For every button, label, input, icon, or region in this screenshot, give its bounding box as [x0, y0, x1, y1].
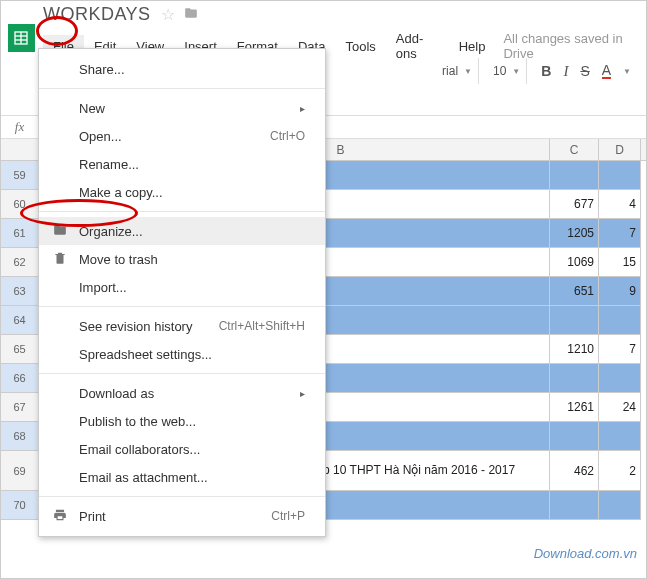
bold-button[interactable]: B — [541, 63, 551, 79]
sheets-logo — [8, 24, 35, 52]
caret-icon: ▼ — [464, 67, 472, 76]
menu-make-copy[interactable]: Make a copy... — [39, 178, 325, 206]
menu-move-to-trash[interactable]: Move to trash — [39, 245, 325, 273]
text-color-button[interactable]: A — [602, 63, 611, 79]
row-header[interactable]: 62 — [0, 248, 40, 277]
star-icon[interactable]: ☆ — [161, 5, 175, 24]
row-header[interactable]: 67 — [0, 393, 40, 422]
cell[interactable] — [599, 364, 641, 393]
menu-tools[interactable]: Tools — [335, 35, 385, 58]
row-header[interactable]: 61 — [0, 219, 40, 248]
toolbar: rial ▼ 10 ▼ B I S A ▼ — [436, 58, 637, 84]
row-header[interactable]: 59 — [0, 161, 40, 190]
submenu-arrow-icon: ▸ — [300, 103, 305, 114]
menu-spreadsheet-settings[interactable]: Spreadsheet settings... — [39, 340, 325, 368]
shortcut-label: Ctrl+P — [271, 509, 305, 523]
menu-download-as[interactable]: Download as▸ — [39, 379, 325, 407]
cell[interactable]: 2 — [599, 451, 641, 491]
shortcut-label: Ctrl+Alt+Shift+H — [219, 319, 305, 333]
menu-rename[interactable]: Rename... — [39, 150, 325, 178]
select-all-corner[interactable] — [0, 139, 40, 161]
trash-icon — [51, 250, 69, 269]
row-header[interactable]: 64 — [0, 306, 40, 335]
cell[interactable]: 7 — [599, 219, 641, 248]
cell[interactable] — [599, 161, 641, 190]
folder-icon[interactable] — [183, 6, 199, 24]
file-menu-dropdown: Share... New▸ Open...Ctrl+O Rename... Ma… — [38, 48, 326, 537]
menu-share[interactable]: Share... — [39, 55, 325, 83]
cell[interactable]: 1261 — [550, 393, 599, 422]
row-header[interactable]: 69 — [0, 451, 40, 491]
cell[interactable] — [599, 306, 641, 335]
cell[interactable]: 24 — [599, 393, 641, 422]
shortcut-label: Ctrl+O — [270, 129, 305, 143]
cell[interactable]: 9 — [599, 277, 641, 306]
column-header-c[interactable]: C — [550, 139, 599, 161]
row-header[interactable]: 68 — [0, 422, 40, 451]
menu-open[interactable]: Open...Ctrl+O — [39, 122, 325, 150]
menu-organize[interactable]: Organize... — [39, 217, 325, 245]
cell[interactable]: 677 — [550, 190, 599, 219]
menu-revision-history[interactable]: See revision historyCtrl+Alt+Shift+H — [39, 312, 325, 340]
folder-icon — [51, 223, 69, 240]
cell[interactable] — [599, 422, 641, 451]
cell[interactable]: 4 — [599, 190, 641, 219]
menu-email-collaborators[interactable]: Email collaborators... — [39, 435, 325, 463]
submenu-arrow-icon: ▸ — [300, 388, 305, 399]
print-icon — [51, 508, 69, 525]
row-header[interactable]: 60 — [0, 190, 40, 219]
column-header-d[interactable]: D — [599, 139, 641, 161]
menu-separator — [39, 88, 325, 89]
menu-email-attachment[interactable]: Email as attachment... — [39, 463, 325, 491]
italic-button[interactable]: I — [563, 63, 568, 80]
cell[interactable] — [550, 161, 599, 190]
menu-separator — [39, 211, 325, 212]
row-header[interactable]: 66 — [0, 364, 40, 393]
menu-separator — [39, 306, 325, 307]
row-header[interactable]: 70 — [0, 491, 40, 520]
caret-icon: ▼ — [512, 67, 520, 76]
menu-print[interactable]: PrintCtrl+P — [39, 502, 325, 530]
strikethrough-button[interactable]: S — [580, 63, 589, 79]
menu-new[interactable]: New▸ — [39, 94, 325, 122]
cell[interactable]: 1069 — [550, 248, 599, 277]
save-status: All changes saved in Drive — [503, 31, 639, 61]
menu-publish-web[interactable]: Publish to the web... — [39, 407, 325, 435]
caret-icon: ▼ — [623, 67, 631, 76]
watermark: Download.com.vn — [534, 546, 637, 561]
menu-separator — [39, 496, 325, 497]
cell[interactable] — [550, 422, 599, 451]
cell[interactable]: 651 — [550, 277, 599, 306]
cell[interactable]: 15 — [599, 248, 641, 277]
menu-separator — [39, 373, 325, 374]
cell[interactable]: 462 — [550, 451, 599, 491]
cell[interactable] — [550, 364, 599, 393]
cell[interactable]: 1205 — [550, 219, 599, 248]
document-title[interactable]: WORKDAYS — [43, 4, 151, 25]
cell[interactable]: 1210 — [550, 335, 599, 364]
row-header[interactable]: 63 — [0, 277, 40, 306]
cell[interactable]: 7 — [599, 335, 641, 364]
fx-label: fx — [0, 119, 40, 135]
cell[interactable] — [550, 306, 599, 335]
cell[interactable] — [550, 491, 599, 520]
menu-import[interactable]: Import... — [39, 273, 325, 301]
menu-help[interactable]: Help — [449, 35, 496, 58]
font-size-selector[interactable]: 10 — [493, 64, 506, 78]
cell[interactable] — [599, 491, 641, 520]
font-selector[interactable]: rial — [442, 64, 458, 78]
row-header[interactable]: 65 — [0, 335, 40, 364]
